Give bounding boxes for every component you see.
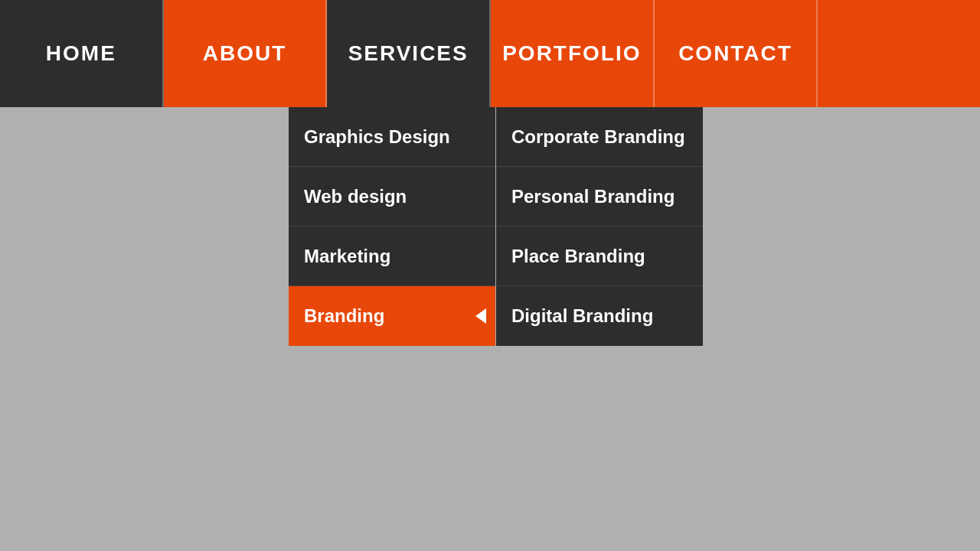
services-marketing-label: Marketing <box>304 246 390 267</box>
services-branding[interactable]: Branding <box>289 286 495 346</box>
services-web-design[interactable]: Web design <box>289 167 495 227</box>
nav-home-label: HOME <box>46 41 116 66</box>
nav-contact-label: CONTACT <box>678 41 792 66</box>
nav-portfolio[interactable]: PORTFOLIO <box>491 0 655 107</box>
nav-services[interactable]: SERVICES <box>327 0 491 107</box>
branding-digital[interactable]: Digital Branding <box>496 286 703 346</box>
nav-contact[interactable]: CONTACT <box>655 0 818 107</box>
branding-subdropdown: Corporate Branding Personal Branding Pla… <box>496 107 703 346</box>
services-graphics-design-label: Graphics Design <box>304 126 450 148</box>
branding-corporate[interactable]: Corporate Branding <box>496 107 703 167</box>
branding-personal-label: Personal Branding <box>511 186 675 207</box>
branding-personal[interactable]: Personal Branding <box>496 167 703 227</box>
branding-submenu-arrow <box>475 308 486 324</box>
nav-portfolio-label: PORTFOLIO <box>502 41 641 66</box>
services-graphics-design[interactable]: Graphics Design <box>289 107 495 167</box>
branding-place[interactable]: Place Branding <box>496 227 703 286</box>
services-branding-label: Branding <box>304 305 384 327</box>
services-dropdown: Graphics Design Web design Marketing Bra… <box>289 107 495 346</box>
branding-corporate-label: Corporate Branding <box>511 126 685 148</box>
nav-home[interactable]: HOME <box>0 0 164 107</box>
branding-digital-label: Digital Branding <box>511 305 653 327</box>
services-marketing[interactable]: Marketing <box>289 227 495 286</box>
nav-about-label: ABOUT <box>203 41 287 66</box>
navbar: HOME ABOUT SERVICES PORTFOLIO CONTACT <box>0 0 980 107</box>
nav-services-label: SERVICES <box>348 41 469 66</box>
services-web-design-label: Web design <box>304 186 407 207</box>
nav-about[interactable]: ABOUT <box>164 0 328 107</box>
branding-place-label: Place Branding <box>511 246 645 267</box>
nav-extra <box>818 0 980 107</box>
